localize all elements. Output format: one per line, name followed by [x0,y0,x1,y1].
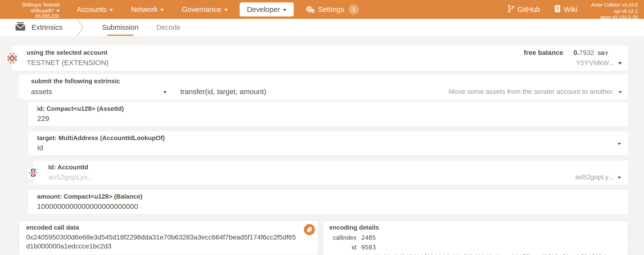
account-select-label: using the selected account [27,49,108,56]
chevron-separator-icon [75,19,85,36]
copy-call-data-button[interactable] [304,224,315,235]
accountid-selected: ao52gopLy... [575,173,614,181]
tab-submission-label: Submission [102,23,138,31]
account-name: TESTNET (EXTENSION) [27,58,108,67]
chain-endpoint-selector[interactable]: shibuya/87 [0,8,60,13]
version-collator: Astar Collator v4.43.0 [591,2,638,8]
output-left-column: encoded call data 0x2405950300d6e68e3d54… [18,220,318,255]
section-title-label: Extrinsics [32,23,62,31]
tab-bar: Extrinsics Submission Decode [0,19,644,36]
encoding-row-value: 00 d6e68e3d545d18f2298dda31e70b63283a3ec… [361,254,622,255]
param-accountid-field[interactable]: Id: AccountId ao52gopLyx... ao52gopLy... [33,160,628,185]
nav-accounts-label: Accounts [77,5,106,13]
chevron-down-icon [56,10,60,12]
encoding-details-table: callindex 2405 id 9503 target 00 d6e68e3… [329,234,622,255]
encoded-call-data-box: encoded call data 0x2405950300d6e68e3d54… [18,220,318,255]
chevron-down-icon[interactable] [618,91,622,93]
account-dropdown[interactable]: Y5YVMkW... [524,59,622,67]
account-identicon[interactable] [5,51,19,65]
encoding-details-box: encoding details callindex 2405 id 9503 … [322,220,628,255]
account-select-card[interactable]: using the selected account TESTNET (EXTE… [12,45,628,71]
pallet-value: assets [31,88,52,96]
nav-accounts[interactable]: Accounts [68,0,122,19]
encoded-call-data-value: 0x2405950300d6e68e3d545d18f2298dda31e70b… [26,233,298,251]
nav-settings-label: Settings [318,5,344,13]
encoding-row-value: 2405 [361,234,622,241]
encoding-row-key: callindex [329,234,356,241]
encoding-details-title: encoding details [329,224,622,231]
top-bar: Shibuya Testnet shibuya/87 #3,095,231 Ac… [0,0,644,19]
settings-gears-icon [306,5,315,13]
copy-icon [306,227,312,233]
nav-developer[interactable]: Developer [240,2,294,16]
param-accountid-label: Id: AccountId [48,164,621,171]
account-address-short: Y5YVMkW... [576,59,614,67]
account-select-left: using the selected account TESTNET (EXTE… [27,49,108,67]
account-select-right: free balance0.7932 SBY Y5YVMkW... [524,49,622,67]
method-value[interactable]: transfer(id, target, amount) [180,88,266,96]
param-target-field: target: MultiAddress (AccountIdLookupOf)… [28,131,628,156]
chevron-down-icon [110,9,113,11]
chain-best-block: #3,095,231 [0,13,60,19]
param-amount-label: amount: Compact<u128> (Balance) [37,193,621,200]
settings-badge: 1 [349,4,359,14]
param-target-label: target: MultiAddress (AccountIdLookupOf) [37,134,621,142]
github-label: GitHub [518,5,540,13]
param-amount-input[interactable]: 1000000000000000000000000 [37,202,621,211]
extrinsic-select-row: assets transfer(id, target, amount) Move… [31,88,622,96]
nav-network-label: Network [131,5,158,13]
output-section: encoded call data 0x2405950300d6e68e3d54… [18,220,628,255]
envelope-icon [15,22,26,33]
wiki-label: Wiki [564,5,578,13]
param-id-label: id: Compact<u128> (AssetId) [37,105,621,112]
version-apps: apps v0.123.2-33 [591,14,638,20]
balance-int: 0. [574,49,579,56]
chevron-down-icon [283,9,286,11]
chevron-down-icon[interactable] [618,143,621,145]
extrinsic-select-card: submit the following extrinsic assets tr… [18,74,628,100]
tab-decode[interactable]: Decode [147,19,190,36]
param-id-input[interactable]: 229 [37,114,621,123]
tabs: Submission Decode [93,19,190,36]
chevron-down-icon[interactable] [618,177,621,179]
free-balance: free balance0.7932 SBY [524,49,622,57]
param-amount-field: amount: Compact<u128> (Balance) 10000000… [28,189,628,214]
section-title: Extrinsics [15,19,62,36]
book-icon [554,5,560,14]
method-description: Move some assets from the sender account… [449,88,614,96]
chain-endpoint-label: shibuya/87 [31,8,54,13]
encoding-row-value: 9503 [361,244,622,251]
encoding-row-key: target [329,254,356,255]
main-content: using the selected account TESTNET (EXTE… [0,36,644,255]
chain-name: Shibuya Testnet [0,2,60,8]
free-balance-label: free balance [524,49,563,56]
balance-unit: SBY [598,50,608,56]
version-api: api v9.12.1 [591,8,638,14]
accountid-dropdown[interactable]: ao52gopLy... [575,173,621,181]
nav-settings[interactable]: Settings 1 [296,0,368,19]
tab-decode-label: Decode [156,23,180,31]
github-link[interactable]: GitHub [500,0,547,19]
nav-governance-label: Governance [182,5,221,13]
wiki-link[interactable]: Wiki [547,0,585,19]
extrinsic-select-label: submit the following extrinsic [31,77,622,85]
nav-developer-label: Developer [247,5,280,13]
param-target-select[interactable]: Id [37,144,621,152]
param-id-field: id: Compact<u128> (AssetId) 229 [28,102,628,127]
chevron-down-icon[interactable] [163,91,167,93]
top-spacer [368,0,500,19]
pallet-select[interactable]: assets [31,88,167,96]
target-identicon[interactable] [27,166,40,179]
tab-submission[interactable]: Submission [93,19,147,36]
method-select[interactable]: Move some assets from the sender account… [449,88,622,96]
nav-network[interactable]: Network [122,0,173,19]
main-nav: Accounts Network Governance Developer Se… [68,0,368,19]
encoding-row-key: id [329,244,356,251]
nav-governance[interactable]: Governance [173,0,236,19]
chevron-down-icon [224,9,228,11]
git-branch-icon [508,5,514,14]
encoded-call-data-label: encoded call data [26,224,298,231]
param-accountid-input[interactable]: ao52gopLyx... [48,173,621,181]
chain-info: Shibuya Testnet shibuya/87 #3,095,231 [0,0,61,19]
chevron-down-icon[interactable] [618,62,622,65]
